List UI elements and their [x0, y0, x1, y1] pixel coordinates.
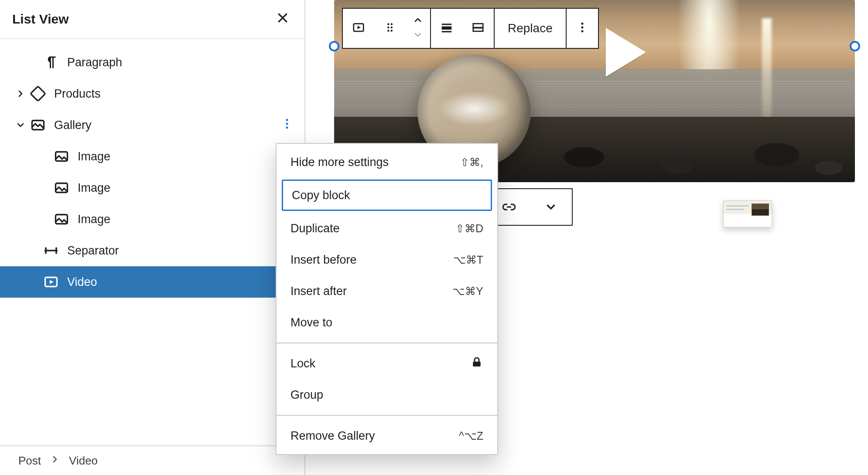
menu-item-label: Insert before — [290, 253, 357, 267]
breadcrumb: Post Video — [0, 445, 305, 475]
gallery-icon — [28, 117, 48, 133]
menu-item-hide-settings[interactable]: Hide more settings ⇧⌘, — [277, 146, 497, 178]
lock-icon — [470, 356, 483, 372]
move-up-button[interactable] — [413, 15, 423, 27]
content-width-button[interactable] — [462, 9, 494, 48]
menu-item-label: Remove Gallery — [290, 429, 375, 443]
align-icon — [440, 21, 453, 36]
menu-item-remove[interactable]: Remove Gallery ^⌥Z — [277, 420, 497, 451]
menu-item-label: Duplicate — [290, 222, 340, 235]
tree-item-label: Paragraph — [61, 56, 122, 69]
link-icon — [502, 200, 516, 214]
breadcrumb-current[interactable]: Video — [69, 454, 98, 468]
close-icon — [276, 11, 289, 27]
menu-item-label: Insert after — [290, 285, 347, 298]
move-buttons — [406, 9, 430, 48]
align-button[interactable] — [431, 9, 462, 48]
svg-rect-19 — [442, 24, 452, 25]
svg-point-16 — [387, 30, 390, 32]
menu-item-shortcut: ⇧⌘D — [455, 222, 483, 235]
list-view-title: List View — [12, 12, 69, 27]
menu-item-label: Hide more settings — [290, 156, 389, 169]
video-block-icon — [352, 21, 365, 36]
resize-handle-right[interactable] — [850, 41, 860, 51]
products-icon — [28, 86, 48, 102]
svg-point-23 — [581, 23, 583, 25]
tree-item-separator[interactable]: Separator — [0, 235, 304, 266]
drag-icon — [383, 21, 396, 36]
svg-point-13 — [391, 23, 393, 25]
svg-point-15 — [391, 27, 393, 29]
svg-rect-18 — [442, 27, 452, 30]
menu-item-duplicate[interactable]: Duplicate ⇧⌘D — [277, 213, 497, 244]
menu-item-label: Lock — [290, 357, 315, 370]
chevron-right-icon[interactable] — [13, 88, 28, 99]
tree-item-label: Image — [72, 181, 110, 195]
menu-item-label: Group — [290, 388, 323, 402]
svg-rect-20 — [442, 31, 452, 32]
menu-item-move-to[interactable]: Move to — [277, 307, 497, 338]
content-width-icon — [472, 21, 485, 36]
block-options-button[interactable] — [567, 9, 598, 48]
svg-point-4 — [286, 126, 288, 129]
menu-item-label: Move to — [290, 316, 332, 329]
tree-item-options-button[interactable] — [279, 117, 295, 133]
tree-item-image[interactable]: Image — [0, 141, 304, 172]
image-icon — [51, 180, 72, 196]
tree-item-gallery[interactable]: Gallery — [0, 109, 304, 141]
tree-item-label: Products — [48, 87, 101, 101]
svg-rect-26 — [473, 361, 481, 366]
more-vertical-icon — [576, 21, 589, 36]
tree-item-label: Separator — [61, 244, 119, 258]
tree-item-label: Video — [61, 275, 97, 289]
svg-point-25 — [581, 30, 583, 32]
chevron-down-icon[interactable] — [13, 120, 28, 130]
breadcrumb-root[interactable]: Post — [18, 454, 41, 468]
list-view-header: List View — [0, 0, 304, 39]
menu-separator — [277, 343, 497, 343]
menu-item-group[interactable]: Group — [277, 379, 497, 411]
svg-point-2 — [286, 119, 288, 121]
drag-handle[interactable] — [374, 9, 406, 48]
tree-item-label: Image — [72, 150, 110, 163]
block-toolbar: Replace — [342, 8, 599, 49]
svg-rect-22 — [473, 27, 483, 29]
separator-icon — [41, 243, 61, 258]
menu-item-insert-after[interactable]: Insert after ⌥⌘Y — [277, 275, 497, 307]
menu-separator — [277, 415, 497, 416]
menu-item-shortcut: ⌥⌘Y — [452, 285, 483, 298]
menu-item-shortcut: ^⌥Z — [459, 430, 483, 442]
chevron-up-icon — [413, 15, 423, 27]
tree-item-paragraph[interactable]: Paragraph — [0, 47, 304, 78]
tree-item-image[interactable]: Image — [0, 172, 304, 204]
more-text-options-button[interactable] — [530, 189, 572, 225]
block-options-menu: Hide more settings ⇧⌘, Copy block Duplic… — [276, 143, 498, 455]
paragraph-icon — [41, 54, 61, 70]
play-icon — [606, 28, 646, 77]
tree-item-image[interactable]: Image — [0, 204, 304, 235]
block-tree: Paragraph Products Gallery — [0, 39, 304, 298]
svg-point-3 — [286, 122, 288, 125]
resize-handle-left[interactable] — [329, 41, 339, 51]
menu-item-lock[interactable]: Lock — [277, 348, 497, 379]
more-vertical-icon — [280, 117, 294, 133]
menu-item-copy-block[interactable]: Copy block — [282, 180, 492, 211]
svg-point-24 — [581, 27, 583, 29]
page-minimap[interactable] — [723, 200, 772, 227]
tree-item-products[interactable]: Products — [0, 78, 304, 109]
tree-item-video[interactable]: Video — [0, 266, 304, 298]
replace-button[interactable]: Replace — [495, 9, 566, 48]
list-view-panel: List View Paragraph Products — [0, 0, 305, 475]
chevron-down-icon — [544, 200, 557, 214]
replace-label: Replace — [508, 21, 553, 35]
image-icon — [51, 211, 72, 227]
menu-item-label: Copy block — [292, 189, 350, 202]
move-down-button[interactable] — [413, 30, 423, 41]
close-list-view-button[interactable] — [273, 10, 292, 29]
svg-point-12 — [387, 23, 390, 25]
menu-item-insert-before[interactable]: Insert before ⌥⌘T — [277, 244, 497, 275]
tree-item-label: Gallery — [48, 119, 92, 132]
block-type-button[interactable] — [343, 9, 374, 48]
svg-point-17 — [391, 30, 393, 32]
svg-marker-11 — [358, 26, 361, 29]
